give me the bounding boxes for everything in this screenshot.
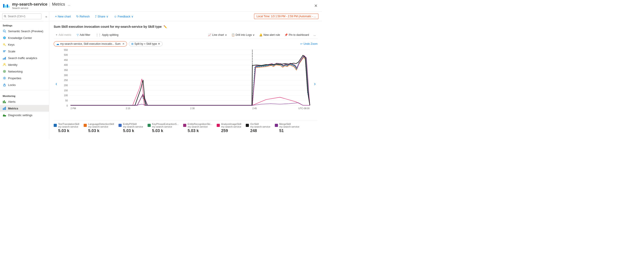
add-filter-button[interactable]: ▽ Add filter <box>75 33 92 37</box>
legend-skill-name: KeyPhraseExtractionS... <box>152 123 179 125</box>
sidebar-item-diagnostic[interactable]: Diagnostic settings <box>0 112 49 118</box>
search-traffic-icon <box>3 56 6 60</box>
ocr-skill-line <box>70 55 310 105</box>
line-chart-label: Line chart <box>212 33 224 37</box>
metric-tag[interactable]: ☁ my-search-service, Skill execution inv… <box>54 41 127 47</box>
legend-header: LanguageDetectionSkill my-search-service <box>84 123 114 128</box>
apply-splitting-button[interactable]: ⋮⋮ Apply splitting <box>94 33 120 37</box>
share-label: Share <box>98 15 105 18</box>
more-options-button[interactable]: ... <box>312 33 318 37</box>
add-metric-icon: ✦ <box>56 33 58 37</box>
legend-skill-name: LanguageDetectionSkill <box>88 123 114 125</box>
svg-text:350: 350 <box>64 69 68 71</box>
legend-value: 248 <box>246 128 270 133</box>
add-metric-button[interactable]: ✦ Add metric <box>54 33 73 37</box>
sidebar-item-keys[interactable]: Keys <box>0 41 49 48</box>
legend-header: KeyPhraseExtractionS... my-search-servic… <box>148 123 179 128</box>
svg-rect-26 <box>4 107 5 110</box>
sidebar-item-metrics[interactable]: Metrics <box>0 105 49 112</box>
legend-color-swatch <box>148 124 151 127</box>
legend-value: 5.03 k <box>54 128 79 133</box>
line-chart-chevron: ∨ <box>225 33 227 37</box>
legend-header: MergeSkill my-search-service <box>275 123 300 128</box>
svg-rect-25 <box>3 108 4 110</box>
sidebar-item-semantic-search[interactable]: Semantic Search (Preview) <box>0 28 49 35</box>
refresh-button[interactable]: ↻ Refresh <box>74 14 92 19</box>
drill-logs-button[interactable]: 📋 Drill into Logs ∨ <box>230 33 257 37</box>
svg-point-8 <box>3 44 5 45</box>
metrics-icon <box>3 107 6 110</box>
legend-item-text-translation: TextTranslationSkill my-search-service 5… <box>54 123 79 133</box>
new-chart-button[interactable]: + New chart <box>53 14 73 19</box>
legend-name: OcrSkill my-search-service <box>250 123 270 128</box>
prev-nav-arrow[interactable]: ‹ <box>54 80 59 88</box>
search-input[interactable] <box>2 14 41 19</box>
merge-skill-line <box>70 103 310 105</box>
more-dots[interactable]: ... <box>68 3 70 6</box>
svg-text:550: 550 <box>64 49 68 51</box>
svg-point-4 <box>3 30 5 32</box>
drill-logs-icon: 📋 <box>232 33 235 37</box>
legend-name: LanguageDetectionSkill my-search-service <box>88 123 114 128</box>
sidebar: « Settings Semantic Search (Preview) Kno… <box>0 12 49 139</box>
chart-title-row: Sum Skill execution invocation count for… <box>54 25 318 29</box>
sidebar-item-knowledge-center[interactable]: Knowledge Center <box>0 35 49 41</box>
feedback-chevron-icon: ∨ <box>131 15 134 18</box>
apply-splitting-icon: ⋮⋮ <box>96 33 101 37</box>
metric-tag-close[interactable]: ✕ <box>122 42 124 46</box>
settings-section: Settings Semantic Search (Preview) Knowl… <box>0 22 49 88</box>
next-nav-arrow[interactable]: › <box>312 80 318 88</box>
pin-dashboard-button[interactable]: 📌 Pin to dashboard <box>283 33 311 37</box>
undo-zoom-button[interactable]: ↩ Undo Zoom <box>300 42 318 46</box>
svg-text:50: 50 <box>65 99 68 102</box>
sidebar-item-search-traffic[interactable]: Search traffic analytics <box>0 55 49 61</box>
add-metric-label: Add metric <box>58 33 71 37</box>
split-tag-close[interactable]: ✕ <box>158 42 160 46</box>
entity-recognition-line <box>70 56 310 105</box>
svg-rect-23 <box>4 100 5 103</box>
new-alert-rule-button[interactable]: 🔔 New alert rule <box>258 33 282 37</box>
sidebar-item-properties[interactable]: Properties <box>0 75 49 82</box>
svg-rect-11 <box>3 50 6 51</box>
time-range-button[interactable]: Local Time: 1/3 1:59 PM - 2:59 PM (Autom… <box>254 14 318 19</box>
split-tag-label: Split by = Skill type <box>134 42 157 46</box>
drill-logs-label: Drill into Logs <box>236 33 252 37</box>
legend-name: EntityPIISkill my-search-service <box>123 123 143 128</box>
svg-text:2:15: 2:15 <box>126 107 130 110</box>
legend-item-analyze-image: AnalyzeImageSkill my-search-service 259 <box>217 123 241 133</box>
svg-text:0: 0 <box>66 105 68 107</box>
monitoring-section: Monitoring Alerts Metrics <box>0 92 49 118</box>
svg-text:250: 250 <box>64 79 68 82</box>
legend-item-key-phrase: KeyPhraseExtractionS... my-search-servic… <box>148 123 179 133</box>
semantic-search-label: Semantic Search (Preview) <box>8 30 44 33</box>
alerts-label: Alerts <box>8 100 16 103</box>
svg-rect-0 <box>3 4 4 8</box>
chart-svg: .grid-line { stroke: #e0e0e0; stroke-wid… <box>59 47 312 120</box>
legend-service-name: my-search-service <box>221 125 241 128</box>
line-chart-button[interactable]: 📈 Line chart ∨ <box>206 33 229 37</box>
legend-header: EntityRecognitionSki... my-search-servic… <box>183 123 212 128</box>
refresh-icon: ↻ <box>76 15 79 18</box>
chart-toolbar-right: 📈 Line chart ∨ 📋 Drill into Logs ∨ 🔔 New… <box>206 33 318 37</box>
svg-text:450: 450 <box>64 59 68 61</box>
sidebar-item-alerts[interactable]: Alerts <box>0 98 49 105</box>
legend-skill-name: EntityRecognitionSki... <box>188 123 212 125</box>
close-button[interactable]: ✕ <box>312 3 319 9</box>
chart-container: .grid-line { stroke: #e0e0e0; stroke-wid… <box>59 47 312 121</box>
cloud-icon: ☁ <box>56 42 59 46</box>
svg-rect-2 <box>7 5 8 8</box>
svg-text:UTC-08:00: UTC-08:00 <box>298 107 310 110</box>
sidebar-item-scale[interactable]: Scale <box>0 48 49 55</box>
legend-header: TextTranslationSkill my-search-service <box>54 123 79 128</box>
feedback-button[interactable]: ☺ Feedback ∨ <box>112 14 136 19</box>
sidebar-item-locks[interactable]: Locks <box>0 82 49 88</box>
sidebar-item-identity[interactable]: Identity <box>0 61 49 68</box>
svg-line-5 <box>5 32 6 33</box>
metric-tags-row: ☁ my-search-service, Skill execution inv… <box>54 41 318 47</box>
sidebar-collapse[interactable]: « <box>44 13 49 20</box>
sidebar-item-networking[interactable]: Networking <box>0 68 49 75</box>
split-tag[interactable]: ⊞ Split by = Skill type ✕ <box>129 41 162 46</box>
semantic-search-icon <box>3 29 6 33</box>
edit-title-icon[interactable]: ✏️ <box>164 25 167 29</box>
share-button[interactable]: ⤴ Share ∨ <box>93 14 111 19</box>
